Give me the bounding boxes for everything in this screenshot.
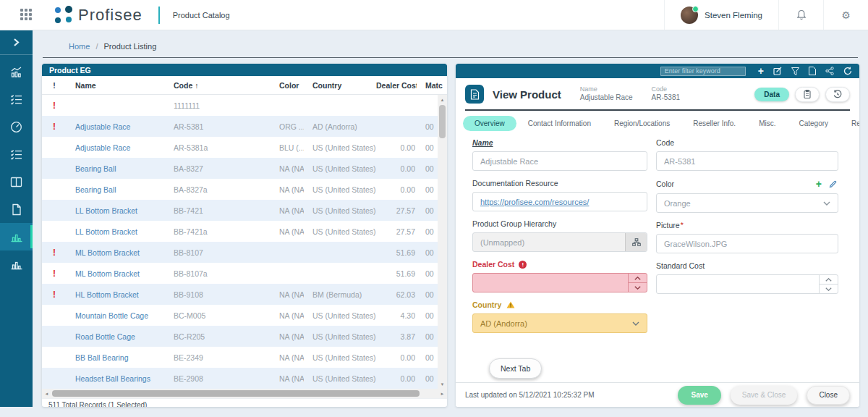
add-icon[interactable]: + [758,66,764,76]
user-name: Steven Fleming [705,11,762,20]
close-button[interactable]: Close [807,386,850,405]
table-row[interactable]: ! ML Bottom Bracket BB-8107a 51.69 00 [42,263,447,284]
table-row[interactable]: LL Bottom Bracket BB-7421a NA (NA) US (U… [42,221,447,242]
tab[interactable]: Reseller Info. [681,116,747,131]
field-dealer-cost: Dealer Cost ! [472,260,647,292]
color-select[interactable]: Orange [656,193,838,213]
country-select[interactable]: AD (Andorra) [472,313,647,333]
row-dealer-cost: 51.69 [376,248,417,257]
table-row[interactable]: Bearing Ball BA-8327a NA (NA) US (United… [42,179,447,200]
breadcrumb-home-link[interactable]: Home [69,42,90,51]
filter-keyword-input[interactable] [660,67,746,76]
field-standard-cost: Standard Cost [656,261,838,294]
breadcrumb: Home / Product Listing [43,38,858,58]
sidebar-item-tasks[interactable] [0,85,33,113]
tab[interactable]: Category [788,116,841,131]
standard-cost-spinner [819,275,838,293]
record-count: 511 Total Records (1 Selected) [42,398,447,407]
app-grid-icon[interactable] [20,9,33,22]
tab[interactable]: Contact Information [516,116,603,131]
table-row[interactable]: ! Adjustable Race AR-5381 ORG ... AD (An… [42,116,447,137]
history-button[interactable] [825,87,850,102]
hierarchy-picker-button[interactable] [625,233,647,251]
standard-cost-label: Standard Cost [656,261,705,270]
export-document-icon[interactable] [809,67,816,75]
share-icon[interactable] [825,67,834,75]
clipboard-button[interactable] [795,87,820,102]
row-code: BE-2908 [165,374,271,383]
column-header-code[interactable]: Code↑ [165,81,271,90]
row-name: Adjustable Race [67,122,165,131]
table-row[interactable]: ! 1111111 [42,95,447,116]
notifications-button[interactable] [778,0,823,30]
vertical-scroll-thumb[interactable] [439,105,446,138]
column-header-match[interactable]: Matc [417,81,446,90]
add-color-icon[interactable]: + [816,179,822,189]
row-dealer-cost: 27.57 [376,206,417,215]
code-input[interactable]: AR-5381 [656,151,838,171]
scroll-up-button[interactable]: ▲ [438,95,447,104]
sidebar-item-book[interactable] [0,168,33,195]
table-row[interactable]: BB Ball Bearing BE-2349 NA (NA) US (Unit… [42,347,447,368]
chevron-right-icon [13,38,20,46]
tab-resources[interactable]: Resources [840,116,859,131]
sidebar-item-tasks-2[interactable] [0,140,33,168]
column-header-error[interactable]: ! [42,81,67,90]
spin-up-button[interactable] [629,274,647,282]
book-icon [10,177,22,188]
column-header-name[interactable]: Name [67,81,165,90]
filter-icon[interactable] [791,67,799,75]
sidebar-item-bar-chart[interactable] [0,223,33,250]
column-header-dealer-cost[interactable]: Dealer Cost [376,81,417,90]
product-group-hierarchy-input[interactable]: (Unmapped) [472,232,647,252]
data-button[interactable]: Data [754,88,789,101]
vertical-scrollbar[interactable]: ▲ ▼ [438,95,447,389]
table-row[interactable]: Adjustable Race AR-5381a BLU (... US (Un… [42,137,447,158]
table-row[interactable]: Road Bottle Cage BC-R205 NA (NA) US (Uni… [42,326,447,347]
row-name: Bearing Ball [67,185,165,194]
table-row[interactable]: Mountain Bottle Cage BC-M005 NA (NA) US … [42,305,447,326]
documentation-resource-link[interactable]: https://profisee.com/resources/ [480,198,589,206]
table-row[interactable]: Bearing Ball BA-8327 NA (NA) US (United … [42,158,447,179]
table-row[interactable]: ! ML Bottom Bracket BB-8107 51.69 00 [42,242,447,263]
refresh-icon[interactable] [843,67,852,75]
documentation-resource-input[interactable]: https://profisee.com/resources/ [472,192,647,211]
tab[interactable]: Overview [463,116,516,131]
grid-body: ! 1111111 ! Adjustable Race AR-5381 ORG … [42,95,447,389]
sidebar-item-document[interactable] [0,195,33,223]
next-tab-button[interactable]: Next Tab [489,358,542,379]
row-country: US (United States) [304,206,376,215]
sidebar-item-analytics[interactable] [0,58,33,85]
save-and-close-button[interactable]: Save & Close [731,386,798,405]
horizontal-scrollbar[interactable]: ◄ ► [42,389,447,398]
name-input[interactable]: Adjustable Race [472,151,647,171]
spin-up-button[interactable] [820,275,838,284]
picture-input[interactable]: GraceWilson.JPG [656,234,838,253]
sidebar-expand-button[interactable] [0,30,33,55]
column-header-color[interactable]: Color [271,81,304,90]
field-name: Name Adjustable Race [472,138,647,171]
sidebar-item-gauge[interactable] [0,113,33,140]
scroll-right-button[interactable]: ► [438,389,447,398]
settings-button[interactable]: ⚙ [823,0,868,30]
edit-icon[interactable] [773,67,782,75]
tab[interactable]: Misc. [747,116,787,131]
scroll-left-button[interactable]: ◄ [42,389,51,398]
chevron-up-icon [634,277,641,280]
dealer-cost-input[interactable] [472,273,647,292]
edit-color-icon[interactable] [829,180,837,188]
field-product-group-hierarchy: Product Group Hierarchy (Unmapped) [472,219,647,252]
sidebar-item-bar-chart-2[interactable] [0,250,33,278]
user-menu[interactable]: Steven Fleming [664,0,778,30]
horizontal-scroll-thumb[interactable] [52,390,420,397]
column-header-country[interactable]: Country [304,81,376,90]
scroll-down-button[interactable]: ▼ [438,379,447,389]
standard-cost-input[interactable] [656,274,838,294]
save-button[interactable]: Save [678,386,720,405]
spin-down-button[interactable] [820,284,838,293]
table-row[interactable]: LL Bottom Bracket BB-7421 NA (NA) US (Un… [42,200,447,221]
tab[interactable]: Region/Locations [603,116,681,131]
spin-down-button[interactable] [629,282,647,292]
table-row[interactable]: ! HL Bottom Bracket BB-9108 NA (NA) BM (… [42,284,447,305]
table-row[interactable]: Headset Ball Bearings BE-2908 NA (NA) US… [42,368,447,389]
